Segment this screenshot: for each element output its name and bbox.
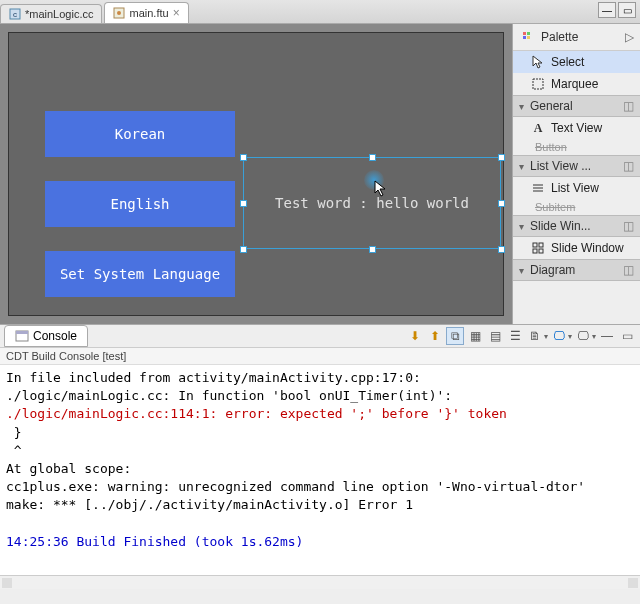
svg-rect-13 bbox=[539, 243, 543, 247]
drawer-icon: ◫ bbox=[623, 263, 634, 277]
svg-rect-6 bbox=[523, 36, 526, 39]
drawer-icon: ◫ bbox=[623, 159, 634, 173]
palette-group-slide-win-[interactable]: ▾Slide Win...◫ bbox=[513, 215, 640, 237]
console-line: cc1plus.exe: warning: unrecognized comma… bbox=[6, 478, 634, 496]
window-controls: ― ▭ bbox=[598, 2, 636, 18]
console-line: ^ bbox=[6, 442, 634, 460]
palette-group-label: Slide Win... bbox=[530, 219, 591, 233]
svg-rect-17 bbox=[16, 331, 28, 334]
canvas-button-0[interactable]: Korean bbox=[45, 111, 235, 157]
collapse-arrow-icon: ▾ bbox=[519, 221, 524, 232]
selection-handle[interactable] bbox=[369, 154, 376, 161]
drawer-icon: ◫ bbox=[623, 99, 634, 113]
design-canvas[interactable]: KoreanEnglishSet System LanguageTest wor… bbox=[8, 32, 504, 316]
console-subtitle: CDT Build Console [test] bbox=[0, 348, 640, 365]
chevron-right-icon[interactable]: ▷ bbox=[625, 30, 634, 44]
palette-group-diagram[interactable]: ▾Diagram◫ bbox=[513, 259, 640, 281]
svg-point-3 bbox=[117, 11, 121, 15]
palette-tool-label: Marquee bbox=[551, 77, 598, 91]
palette-group-label: General bbox=[530, 99, 573, 113]
svg-rect-12 bbox=[533, 243, 537, 247]
palette-ghost-item: Button bbox=[513, 139, 640, 155]
svg-rect-5 bbox=[527, 32, 530, 35]
tab-mainlogic[interactable]: c *mainLogic.cc bbox=[0, 4, 102, 23]
console-wrap-icon[interactable]: ☰ bbox=[506, 327, 524, 345]
marquee-icon bbox=[531, 77, 545, 91]
tab-mainftu[interactable]: main.ftu × bbox=[104, 2, 188, 23]
console-line: In file included from activity/mainActiv… bbox=[6, 369, 634, 387]
selection-handle[interactable] bbox=[369, 246, 376, 253]
cursor-icon bbox=[374, 180, 388, 198]
main-area: KoreanEnglishSet System LanguageTest wor… bbox=[0, 24, 640, 324]
palette-item-slide-window[interactable]: Slide Window bbox=[513, 237, 640, 259]
console-clear-icon[interactable]: ▦ bbox=[466, 327, 484, 345]
list-icon bbox=[531, 181, 545, 195]
arrow-down-icon[interactable]: ⬇ bbox=[406, 327, 424, 345]
console-scrollbar[interactable] bbox=[0, 575, 640, 589]
tab-label: main.ftu bbox=[129, 7, 168, 19]
console-note-icon[interactable]: 🗎 bbox=[526, 327, 544, 345]
drawer-icon: ◫ bbox=[623, 219, 634, 233]
palette-tool-label: Select bbox=[551, 55, 584, 69]
canvas-button-1[interactable]: English bbox=[45, 181, 235, 227]
palette-group-general[interactable]: ▾General◫ bbox=[513, 95, 640, 117]
palette-group-list-view-[interactable]: ▾List View ...◫ bbox=[513, 155, 640, 177]
console-scroll-lock-icon[interactable]: ▤ bbox=[486, 327, 504, 345]
collapse-arrow-icon: ▾ bbox=[519, 265, 524, 276]
palette-group-label: List View ... bbox=[530, 159, 591, 173]
palette-item-list-view[interactable]: List View bbox=[513, 177, 640, 199]
selection-handle[interactable] bbox=[498, 154, 505, 161]
console-line: ./logic/mainLogic.cc: In function 'bool … bbox=[6, 387, 634, 405]
selection-handle[interactable] bbox=[498, 246, 505, 253]
palette-title: Palette bbox=[541, 30, 578, 44]
console-line: make: *** [../obj/./activity/mainActivit… bbox=[6, 496, 634, 514]
editor-tabs: c *mainLogic.cc main.ftu × ― ▭ bbox=[0, 0, 640, 24]
console-line bbox=[6, 515, 634, 533]
palette-tool-select[interactable]: Select bbox=[513, 51, 640, 73]
svg-rect-8 bbox=[533, 79, 543, 89]
console-line: 14:25:36 Build Finished (took 1s.62ms) bbox=[6, 533, 634, 551]
minimize-view-icon[interactable]: ― bbox=[598, 327, 616, 345]
console-output[interactable]: In file included from activity/mainActiv… bbox=[0, 365, 640, 575]
palette-tool-marquee[interactable]: Marquee bbox=[513, 73, 640, 95]
console-monitor-icon[interactable]: 🖵 bbox=[574, 327, 592, 345]
console-line: } bbox=[6, 424, 634, 442]
close-icon[interactable]: × bbox=[173, 6, 180, 20]
minimize-button[interactable]: ― bbox=[598, 2, 616, 18]
canvas-wrap: KoreanEnglishSet System LanguageTest wor… bbox=[0, 24, 512, 324]
console-line: ./logic/mainLogic.cc:114:1: error: expec… bbox=[6, 405, 634, 423]
collapse-arrow-icon: ▾ bbox=[519, 161, 524, 172]
palette-ghost-item: Subitem bbox=[513, 199, 640, 215]
ftu-file-icon bbox=[113, 7, 125, 19]
canvas-button-2[interactable]: Set System Language bbox=[45, 251, 235, 297]
c-file-icon: c bbox=[9, 8, 21, 20]
svg-rect-4 bbox=[523, 32, 526, 35]
console-tab[interactable]: Console bbox=[4, 325, 88, 347]
maximize-button[interactable]: ▭ bbox=[618, 2, 636, 18]
selection-handle[interactable] bbox=[240, 154, 247, 161]
palette-item-text-view[interactable]: AText View bbox=[513, 117, 640, 139]
console-title: Console bbox=[33, 329, 77, 343]
selection-handle[interactable] bbox=[498, 200, 505, 207]
pin-icon[interactable]: ⧉ bbox=[446, 327, 464, 345]
collapse-arrow-icon: ▾ bbox=[519, 101, 524, 112]
cursor-icon bbox=[531, 55, 545, 69]
maximize-view-icon[interactable]: ▭ bbox=[618, 327, 636, 345]
svg-rect-14 bbox=[533, 249, 537, 253]
tab-label: *mainLogic.cc bbox=[25, 8, 93, 20]
console-toolbar: ⬇ ⬆ ⧉ ▦ ▤ ☰ 🗎▾ 🖵▾ 🖵▾ ― ▭ bbox=[406, 327, 636, 345]
grid-icon bbox=[531, 241, 545, 255]
console-icon bbox=[15, 329, 29, 343]
palette-group-label: Diagram bbox=[530, 263, 575, 277]
selection-handle[interactable] bbox=[240, 246, 247, 253]
palette-header: Palette ▷ bbox=[513, 24, 640, 51]
svg-rect-7 bbox=[527, 36, 530, 39]
palette-item-label: Text View bbox=[551, 121, 602, 135]
selection-handle[interactable] bbox=[240, 200, 247, 207]
console-line: At global scope: bbox=[6, 460, 634, 478]
A-icon: A bbox=[531, 121, 545, 135]
palette-panel: Palette ▷ SelectMarquee▾General◫AText Vi… bbox=[512, 24, 640, 324]
console-display-icon[interactable]: 🖵 bbox=[550, 327, 568, 345]
arrow-up-icon[interactable]: ⬆ bbox=[426, 327, 444, 345]
palette-icon bbox=[521, 30, 535, 44]
